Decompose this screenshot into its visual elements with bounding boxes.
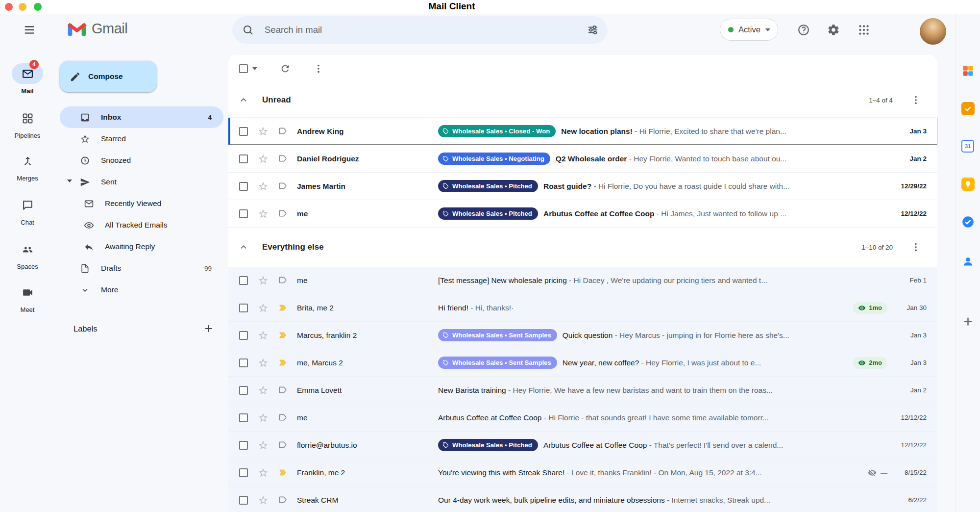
star-icon[interactable] <box>253 330 273 341</box>
email-row[interactable]: me [Test message] New wholesale pricing … <box>228 267 937 294</box>
email-row[interactable]: me Arbutus Coffee at Coffee Coop - Hi Fl… <box>228 404 937 432</box>
pipeline-stage-badge[interactable]: Wholesale Sales • Closed - Won <box>438 125 556 137</box>
streak-box-icon[interactable] <box>273 385 293 395</box>
row-checkbox[interactable] <box>234 127 253 136</box>
pipeline-stage-badge[interactable]: Wholesale Sales • Pitched <box>438 439 538 451</box>
star-icon[interactable] <box>253 126 273 137</box>
row-checkbox[interactable] <box>234 331 253 340</box>
pipeline-stage-badge[interactable]: Wholesale Sales • Negotiating <box>438 153 550 165</box>
sidebar-item-all-tracked-emails[interactable]: All Tracked Emails <box>60 214 223 236</box>
row-checkbox[interactable] <box>234 276 253 285</box>
pipeline-stage-badge[interactable]: Wholesale Sales • Pitched <box>438 180 538 192</box>
chevron-up-icon[interactable] <box>238 242 249 253</box>
star-icon[interactable] <box>253 181 273 192</box>
more-options-icon[interactable] <box>313 63 324 74</box>
rail-item-mail[interactable]: 4 Mail <box>0 63 55 95</box>
pipeline-stage-badge[interactable]: Wholesale Sales • Pitched <box>438 207 538 220</box>
calendar-icon[interactable]: 31 <box>956 140 980 153</box>
star-icon[interactable] <box>253 385 273 396</box>
streak-box-icon[interactable] <box>273 275 293 285</box>
star-icon[interactable] <box>253 495 273 506</box>
search-input[interactable]: Search in mail <box>232 16 608 44</box>
importance-marker-icon[interactable] <box>273 303 293 313</box>
star-icon[interactable] <box>253 275 273 286</box>
more-options-icon[interactable] <box>910 95 921 105</box>
zoom-button[interactable] <box>34 3 42 11</box>
sidebar-item-drafts[interactable]: Drafts 99 <box>60 257 223 279</box>
importance-marker-icon[interactable] <box>273 358 293 368</box>
rail-item-merges[interactable]: Merges <box>0 151 55 182</box>
star-icon[interactable] <box>253 467 273 478</box>
row-checkbox[interactable] <box>234 441 253 450</box>
row-checkbox[interactable] <box>234 182 253 191</box>
email-row[interactable]: Andrew King Wholesale Sales • Closed - W… <box>228 118 937 145</box>
star-icon[interactable] <box>253 358 273 368</box>
row-checkbox[interactable] <box>234 209 253 218</box>
tasks-check-icon[interactable] <box>956 215 980 229</box>
email-row[interactable]: Daniel Rodriguez Wholesale Sales • Negot… <box>228 145 937 173</box>
streak-status-dropdown[interactable]: Active <box>720 19 778 41</box>
close-button[interactable] <box>5 3 13 11</box>
sidebar-item-recently-viewed[interactable]: Recently Viewed <box>60 193 223 214</box>
sidebar-item-snoozed[interactable]: Snoozed <box>60 150 223 171</box>
email-row[interactable]: Emma Lovett New Barista training - Hey F… <box>228 377 937 404</box>
row-checkbox[interactable] <box>234 468 253 477</box>
contacts-person-icon[interactable] <box>956 255 980 268</box>
pipeline-stage-badge[interactable]: Wholesale Sales • Sent Samples <box>438 329 557 341</box>
row-checkbox[interactable] <box>234 154 253 163</box>
add-label-icon[interactable] <box>203 323 215 334</box>
orange-check-icon[interactable] <box>956 102 980 115</box>
email-row[interactable]: Franklin, me 2 You're viewing this with … <box>228 459 937 486</box>
sidebar-item-sent[interactable]: Sent <box>60 171 223 193</box>
sidebar-item-starred[interactable]: Starred <box>60 128 223 150</box>
importance-marker-icon[interactable] <box>273 330 293 340</box>
streak-box-icon[interactable] <box>273 208 293 219</box>
keep-bulb-icon[interactable] <box>956 178 980 191</box>
star-icon[interactable] <box>253 208 273 219</box>
expand-caret-icon[interactable] <box>67 179 72 182</box>
streak-box-icon[interactable] <box>273 440 293 450</box>
star-icon[interactable] <box>253 412 273 423</box>
select-dropdown-icon[interactable] <box>252 67 257 70</box>
sidebar-item-awaiting-reply[interactable]: Awaiting Reply <box>60 236 223 257</box>
minimize-button[interactable] <box>19 3 26 11</box>
more-options-icon[interactable] <box>910 242 921 253</box>
plus-icon[interactable] <box>956 315 980 328</box>
star-icon[interactable] <box>253 303 273 313</box>
email-row[interactable]: Streak CRM Our 4-day work week, bulk pip… <box>228 486 937 512</box>
refresh-icon[interactable] <box>280 63 291 74</box>
row-checkbox[interactable] <box>234 304 253 312</box>
profile-avatar[interactable] <box>920 18 946 45</box>
streak-box-icon[interactable] <box>273 412 293 423</box>
email-row[interactable]: florrie@arbutus.io Wholesale Sales • Pit… <box>228 432 937 459</box>
email-row[interactable]: Marcus, franklin 2 Wholesale Sales • Sen… <box>228 322 937 349</box>
sidebar-item-inbox[interactable]: Inbox 4 <box>60 106 223 128</box>
settings-gear-icon[interactable] <box>823 19 844 41</box>
pipeline-stage-badge[interactable]: Wholesale Sales • Sent Samples <box>438 357 557 369</box>
row-checkbox[interactable] <box>234 413 253 422</box>
star-icon[interactable] <box>253 440 273 451</box>
streak-grid-icon[interactable] <box>956 64 980 77</box>
rail-item-spaces[interactable]: Spaces <box>0 239 55 270</box>
compose-button[interactable]: Compose <box>60 61 157 92</box>
email-row[interactable]: James Martin Wholesale Sales • Pitched R… <box>228 173 937 200</box>
streak-box-icon[interactable] <box>273 495 293 505</box>
row-checkbox[interactable] <box>234 386 253 395</box>
importance-marker-icon[interactable] <box>273 467 293 478</box>
email-row[interactable]: me Wholesale Sales • Pitched Arbutus Cof… <box>228 200 937 228</box>
row-checkbox[interactable] <box>234 496 253 505</box>
streak-box-icon[interactable] <box>273 154 293 164</box>
email-row[interactable]: me, Marcus 2 Wholesale Sales • Sent Samp… <box>228 349 937 377</box>
rail-item-pipelines[interactable]: Pipelines <box>0 108 55 139</box>
google-apps-grid-icon[interactable] <box>853 19 875 41</box>
select-all-checkbox[interactable] <box>239 64 248 73</box>
chevron-up-icon[interactable] <box>238 95 249 105</box>
star-icon[interactable] <box>253 154 273 164</box>
streak-box-icon[interactable] <box>273 126 293 136</box>
rail-item-chat[interactable]: Chat <box>0 195 55 226</box>
rail-item-meet[interactable]: Meet <box>0 282 55 313</box>
search-icon[interactable] <box>237 19 259 41</box>
row-checkbox[interactable] <box>234 358 253 367</box>
help-icon[interactable] <box>793 19 814 41</box>
search-options-icon[interactable] <box>582 19 604 41</box>
